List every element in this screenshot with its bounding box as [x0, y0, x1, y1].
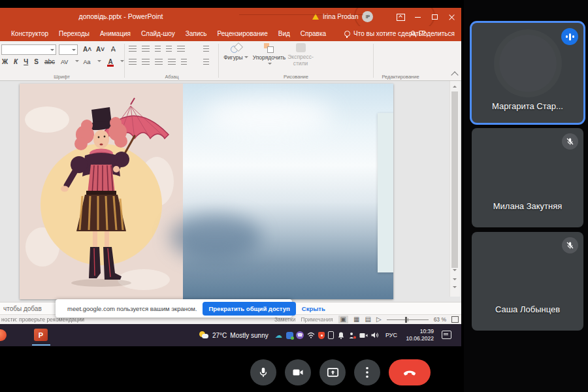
hang-up-icon: [402, 365, 417, 380]
cloud-sync-icon[interactable]: ☁: [274, 331, 283, 340]
numbering-button[interactable]: [142, 46, 150, 52]
font-color-button[interactable]: А: [108, 58, 112, 65]
grow-font-button[interactable]: A˄: [83, 46, 91, 53]
camera-button[interactable]: [285, 359, 311, 385]
ribbon-group-font: A˄ A˅ A Ж К Ч S abc AV Aa А Шрифт: [0, 41, 123, 80]
underline-button[interactable]: Ч: [24, 58, 28, 65]
participant-tile-margarita[interactable]: Маргарита Стар...: [472, 23, 583, 123]
language-indicator[interactable]: РУС: [385, 324, 397, 346]
scrollbar-thumb[interactable]: [451, 91, 458, 268]
microphone-button[interactable]: [250, 359, 276, 385]
tab-help[interactable]: Справка: [301, 30, 326, 37]
stop-sharing-button[interactable]: Прекратить общий доступ: [203, 302, 295, 316]
text-direction-button[interactable]: [203, 46, 209, 52]
decrease-indent-button[interactable]: [155, 46, 161, 52]
font-name-combobox[interactable]: [1, 44, 56, 55]
powerpoint-taskbar-icon[interactable]: P: [34, 329, 48, 341]
zoom-level[interactable]: 63 %: [434, 316, 446, 323]
speaker-icon[interactable]: [371, 331, 380, 340]
hide-button[interactable]: Скрыть: [302, 305, 325, 312]
justify-button[interactable]: [168, 59, 176, 65]
microphone-icon: [257, 367, 269, 378]
more-options-button[interactable]: [354, 359, 380, 385]
bold-button[interactable]: Ж: [2, 58, 8, 65]
arrange-button[interactable]: Упорядочить: [252, 43, 286, 68]
recording-person-icon[interactable]: [348, 331, 357, 340]
browser-taskbar-icon[interactable]: [0, 329, 7, 341]
shrink-font-button[interactable]: A˅: [96, 46, 105, 53]
comments-toggle[interactable]: Примечания: [301, 316, 333, 323]
tab-view[interactable]: Вид: [278, 30, 290, 37]
slide-canvas[interactable]: akepunkcakepunkc: [20, 84, 393, 299]
tab-design[interactable]: Конструктор: [11, 30, 48, 37]
leave-call-button[interactable]: [389, 359, 431, 385]
close-button[interactable]: [443, 8, 460, 26]
share-person-icon: [410, 31, 416, 37]
vertical-scrollbar[interactable]: [449, 81, 460, 297]
weather-widget[interactable]: 27°C Mostly sunny: [199, 324, 269, 346]
tab-transitions[interactable]: Переходы: [59, 30, 90, 37]
slide-sorter-view-button[interactable]: ▦: [353, 316, 359, 323]
antivirus-shield-icon[interactable]: [318, 332, 325, 339]
increase-indent-button[interactable]: [166, 46, 172, 52]
tab-review[interactable]: Рецензирование: [218, 30, 268, 37]
account-area[interactable]: Irina Prodan IP: [312, 11, 373, 22]
avatar: [508, 149, 547, 188]
wifi-icon[interactable]: [307, 331, 316, 340]
camera-icon[interactable]: [359, 331, 368, 340]
minimize-button[interactable]: [409, 8, 426, 26]
share-button[interactable]: Поделиться: [410, 26, 455, 41]
character-spacing-button[interactable]: AV: [61, 59, 68, 65]
tab-record[interactable]: Запись: [186, 30, 207, 37]
present-screen-button[interactable]: [319, 359, 346, 385]
shapes-button[interactable]: Фигуры: [222, 43, 250, 61]
clear-formatting-button[interactable]: A: [111, 46, 116, 53]
editing-group-label: Редактирование: [374, 74, 427, 80]
restore-button[interactable]: [426, 8, 443, 26]
arrange-icon: [264, 43, 274, 53]
tab-slideshow[interactable]: Слайд-шоу: [141, 30, 175, 37]
italic-button[interactable]: К: [14, 58, 18, 65]
zoom-slider[interactable]: [387, 319, 429, 320]
align-left-button[interactable]: [129, 59, 137, 65]
participant-tile-milana[interactable]: Милана Закутняя: [472, 128, 583, 227]
fit-to-window-icon[interactable]: [451, 316, 459, 323]
quick-styles-icon: [296, 43, 306, 52]
participant-tile-sasha[interactable]: Саша Лобынцев: [472, 232, 583, 331]
smartart-button[interactable]: [203, 59, 209, 65]
present-icon: [327, 367, 339, 378]
bullets-button[interactable]: [129, 46, 137, 52]
columns-button[interactable]: [181, 59, 187, 65]
previous-slide-icon[interactable]: [453, 278, 457, 282]
viber-icon[interactable]: ☎: [296, 331, 304, 339]
clock-date: 10.06.2022: [401, 335, 434, 342]
next-slide-icon[interactable]: [453, 286, 457, 290]
app-update-icon[interactable]: [286, 332, 293, 339]
quick-styles-button[interactable]: Экспресс-стили: [287, 43, 314, 67]
shadow-button[interactable]: S: [34, 58, 39, 65]
avatar: [508, 44, 547, 83]
line-spacing-button[interactable]: [177, 46, 185, 52]
collapse-ribbon-button[interactable]: [451, 71, 458, 78]
ribbon-display-options-button[interactable]: [392, 8, 409, 26]
notes-placeholder: чтобы добав: [3, 305, 42, 312]
account-avatar[interactable]: IP: [362, 11, 373, 22]
caret-icon: [75, 60, 79, 64]
call-controls: [250, 359, 431, 385]
font-size-combobox[interactable]: [59, 44, 78, 55]
scroll-down-icon[interactable]: [453, 269, 457, 273]
device-icon[interactable]: [328, 331, 334, 339]
scroll-up-icon[interactable]: [453, 84, 457, 88]
normal-view-button[interactable]: ▣: [338, 316, 348, 323]
slideshow-view-button[interactable]: ▷: [376, 316, 382, 323]
strikethrough-button[interactable]: abc: [44, 58, 55, 65]
action-center-icon[interactable]: [442, 331, 451, 339]
change-case-button[interactable]: Aa: [83, 59, 90, 65]
ribbon-group-paragraph: Абзац: [126, 41, 218, 80]
align-right-button[interactable]: [155, 59, 163, 65]
clock[interactable]: 10:39 10.06.2022: [401, 324, 434, 346]
reading-view-button[interactable]: ▤: [365, 316, 370, 323]
notification-bell-icon[interactable]: [336, 331, 345, 340]
align-center-button[interactable]: [142, 59, 150, 65]
tab-animations[interactable]: Анимация: [100, 30, 131, 37]
